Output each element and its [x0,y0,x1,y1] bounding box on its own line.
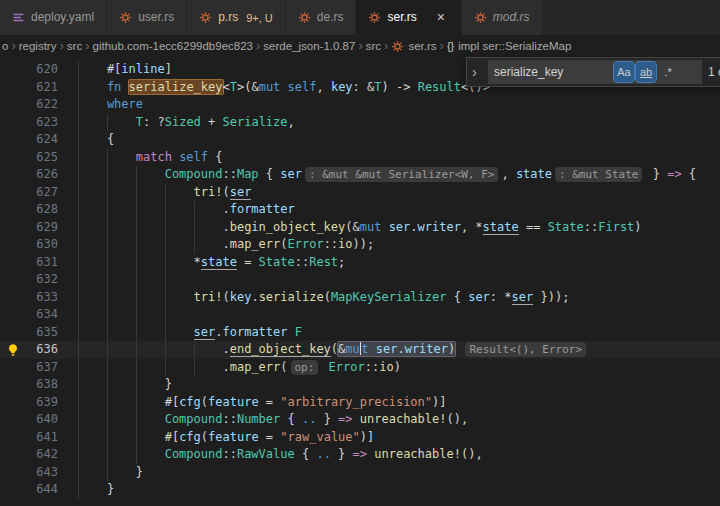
tab-mod.rs[interactable]: mod.rs [462,0,543,35]
code-content[interactable]: } [58,464,143,482]
line-number[interactable]: 641 [26,429,58,447]
line-number[interactable]: 631 [26,254,58,272]
code-content[interactable]: Compound::Map { ser: &mut &mut Serialize… [58,166,696,184]
line-number[interactable]: 640 [26,411,58,429]
code-line[interactable]: 630.map_err(Error::io)); [0,236,720,254]
code-content[interactable]: ser.formatter F [58,324,302,342]
toggle-replace-chevron-icon[interactable]: › [472,58,482,86]
line-number[interactable]: 637 [26,359,58,377]
code-line[interactable]: 629.begin_object_key(&mut ser.writer, *s… [0,219,720,237]
code-line[interactable]: 642Compound::RawValue { .. } => unreacha… [0,446,720,464]
line-number[interactable]: 620 [26,61,58,79]
tab-de.rs[interactable]: de.rs [286,0,357,35]
line-number[interactable]: 642 [26,446,58,464]
code-line[interactable]: 644} [0,481,720,499]
code-line[interactable]: 624{ [0,131,720,149]
indent-guide [107,341,136,359]
line-number[interactable]: 634 [26,306,58,324]
line-number[interactable]: 626 [26,166,58,184]
line-number[interactable]: 627 [26,184,58,202]
line-number[interactable]: 629 [26,219,58,237]
code-line[interactable]: 636.end_object_key(&mut ser.writer) Resu… [0,341,720,359]
line-number[interactable]: 630 [26,236,58,254]
tab-ser.rs[interactable]: ser.rs× [356,0,461,35]
breadcrumb-item[interactable]: serde_json-1.0.87 [263,40,355,52]
close-icon[interactable]: × [433,10,449,26]
code-editor[interactable]: 620#[inline]621fn serialize_key<T>(&mut … [0,57,720,499]
breadcrumb-label: ser.rs [408,40,436,52]
breadcrumb-item[interactable]: src [366,40,381,52]
tab-user.rs[interactable]: user.rs [107,0,187,35]
breadcrumb-item[interactable]: ser.rs [391,40,436,53]
code-line[interactable]: 640Compound::Number { .. } => unreachabl… [0,411,720,429]
code-line[interactable]: 638} [0,376,720,394]
line-number[interactable]: 643 [26,464,58,482]
code-line[interactable]: 623T: ?Sized + Serialize, [0,114,720,132]
code-content[interactable] [58,271,194,289]
line-number[interactable]: 624 [26,131,58,149]
code-content[interactable]: { [58,131,114,149]
breadcrumb-item[interactable]: o [2,40,8,52]
code-content[interactable]: .end_object_key(&mut ser.writer) Result<… [58,341,589,359]
line-number[interactable]: 633 [26,289,58,307]
line-number[interactable]: 644 [26,481,58,499]
code-line[interactable]: 632 [0,271,720,289]
code-line[interactable]: 639#[cfg(feature = "arbitrary_precision"… [0,394,720,412]
code-content[interactable]: fn serialize_key<T>(&mut self, key: &T) … [58,79,490,97]
code-content[interactable]: match self { [58,149,223,167]
breadcrumb-item[interactable]: registry [19,40,57,52]
tab-deploy.yaml[interactable]: deploy.yaml [0,0,107,35]
line-number[interactable]: 635 [26,324,58,342]
indent-guide [107,429,136,447]
code-content[interactable]: where [58,96,143,114]
code-content[interactable]: tri!(ser [58,184,251,202]
code-line[interactable]: 637.map_err(op: Error::io) [0,359,720,377]
regex-toggle[interactable]: .* [658,62,678,82]
breadcrumb-item[interactable]: src [67,40,82,52]
code-line[interactable]: 633tri!(key.serialize(MapKeySerializer {… [0,289,720,307]
line-number[interactable]: 621 [26,79,58,97]
line-number[interactable]: 639 [26,394,58,412]
code-content[interactable]: .map_err(Error::io)); [58,236,374,254]
code-content[interactable]: Compound::RawValue { .. } => unreachable… [58,446,483,464]
line-number[interactable]: 628 [26,201,58,219]
code-content[interactable]: .begin_object_key(&mut ser.writer, *stat… [58,219,642,237]
code-content[interactable]: T: ?Sized + Serialize, [58,114,295,132]
indent-guide [78,166,107,184]
code-line[interactable]: 635ser.formatter F [0,324,720,342]
tab-p.rs[interactable]: p.rs9+, U [187,0,286,35]
code-line[interactable]: 627tri!(ser [0,184,720,202]
line-number[interactable]: 622 [26,96,58,114]
code-line[interactable]: 641#[cfg(feature = "raw_value")] [0,429,720,447]
code-line[interactable]: 622where [0,96,720,114]
breadcrumb-item[interactable]: github.com-1ecc6299db9ec823 [92,40,252,52]
whole-word-toggle[interactable]: ab [636,62,656,82]
code-line[interactable]: 631*state = State::Rest; [0,254,720,272]
code-content[interactable]: Compound::Number { .. } => unreachable!(… [58,411,468,429]
code-content[interactable]: .map_err(op: Error::io) [58,359,401,377]
line-number[interactable]: 636 [26,341,58,359]
code-content[interactable]: } [58,481,114,499]
code-content[interactable]: .formatter [58,201,295,219]
code-content[interactable]: #[inline] [58,61,172,79]
code-content[interactable]: #[cfg(feature = "arbitrary_precision")] [58,394,446,412]
indent-guide [78,271,107,289]
breadcrumb-item[interactable]: {}impl ser::SerializeMap [447,40,571,52]
code-token: ( [201,395,208,409]
match-case-toggle[interactable]: Aa [614,62,634,82]
code-line[interactable]: 626Compound::Map { ser: &mut &mut Serial… [0,166,720,184]
search-input[interactable] [494,65,612,79]
line-number[interactable]: 625 [26,149,58,167]
code-line[interactable]: 643} [0,464,720,482]
code-line[interactable]: 628.formatter [0,201,720,219]
code-content[interactable]: *state = State::Rest; [58,254,345,272]
code-content[interactable]: } [58,376,172,394]
line-number[interactable]: 623 [26,114,58,132]
line-number[interactable]: 632 [26,271,58,289]
code-line[interactable]: 634 [0,306,720,324]
code-content[interactable] [58,306,194,324]
code-content[interactable]: #[cfg(feature = "raw_value")] [58,429,374,447]
code-line[interactable]: 625match self { [0,149,720,167]
code-content[interactable]: tri!(key.serialize(MapKeySerializer { se… [58,289,569,307]
line-number[interactable]: 638 [26,376,58,394]
